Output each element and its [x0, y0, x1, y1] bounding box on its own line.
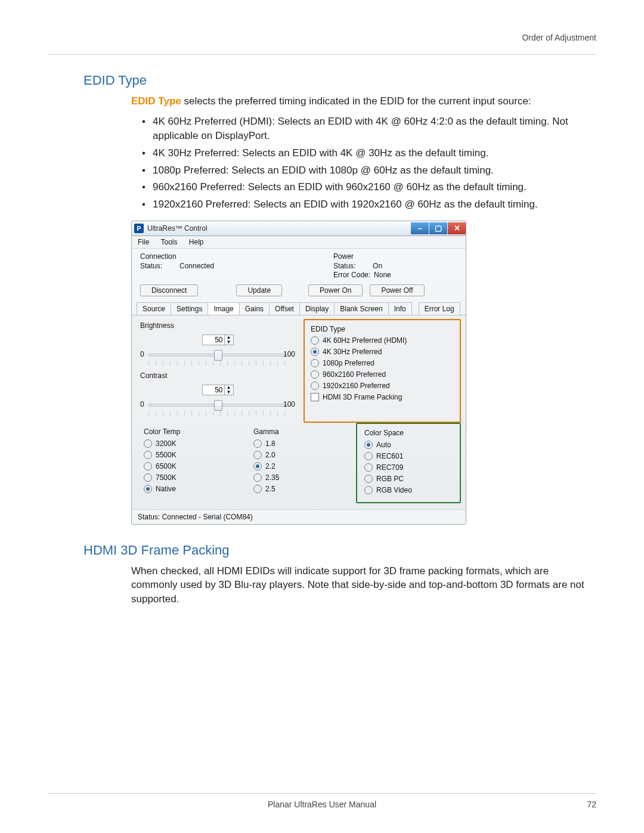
- edid-type-term: EDID Type: [131, 95, 181, 107]
- radio-cs-auto[interactable]: [364, 441, 373, 449]
- maximize-button[interactable]: ▢: [429, 222, 447, 234]
- radio-g-22[interactable]: [253, 462, 262, 470]
- radio-g-25[interactable]: [253, 485, 262, 493]
- contrast-spinner[interactable]: ▲▼: [202, 385, 234, 395]
- ultrares-control-window: P UltraRes™ Control – ▢ ✕ File Tools Hel…: [131, 221, 466, 525]
- radio-g-20[interactable]: [253, 451, 262, 459]
- footer-title: Planar UltraRes User Manual: [48, 800, 596, 809]
- radio-edid-1080p[interactable]: [311, 359, 319, 367]
- radio-ct-5500[interactable]: [144, 451, 152, 459]
- brightness-spinner[interactable]: ▲▼: [202, 335, 234, 345]
- header-breadcrumb: Order of Adjustment: [48, 33, 596, 42]
- bullet-item: 960x2160 Preferred: Selects an EDID with…: [142, 180, 588, 195]
- tab-image[interactable]: Image: [208, 302, 239, 315]
- color-space-panel: Color Space Auto REC601 REC709 RGB PC RG…: [356, 423, 461, 503]
- menu-file[interactable]: File: [138, 238, 149, 246]
- tab-error-log[interactable]: Error Log: [419, 302, 460, 315]
- radio-edid-4k30[interactable]: [311, 348, 319, 356]
- titlebar: P UltraRes™ Control – ▢ ✕: [132, 221, 466, 236]
- radio-edid-960x2160[interactable]: [311, 370, 319, 379]
- gamma-panel: Gamma 1.8 2.0 2.2 2.35 2.5: [246, 423, 349, 503]
- radio-ct-6500[interactable]: [144, 462, 152, 470]
- power-off-button[interactable]: Power Off: [370, 284, 424, 296]
- contrast-input[interactable]: [203, 385, 224, 395]
- bullet-item: 4K 60Hz Preferred (HDMI): Selects an EDI…: [142, 114, 588, 144]
- menu-help[interactable]: Help: [189, 238, 204, 246]
- bullet-item: 1080p Preferred: Selects an EDID with 10…: [142, 163, 588, 178]
- checkbox-hdmi-3d[interactable]: [311, 393, 319, 401]
- heading-hdmi-3d: HDMI 3D Frame Packing: [83, 543, 588, 558]
- edid-type-lead: EDID Type selects the preferred timing i…: [131, 94, 588, 109]
- menu-bar: File Tools Help: [132, 236, 466, 249]
- app-icon: P: [134, 224, 144, 233]
- close-button[interactable]: ✕: [448, 222, 466, 234]
- update-button[interactable]: Update: [236, 284, 282, 296]
- brightness-slider[interactable]: 0 100: [140, 349, 295, 360]
- tab-bar: Source Settings Image Gains Offset Displ…: [132, 302, 466, 315]
- power-group: Power Status:On Error Code:None: [333, 252, 391, 280]
- color-temp-panel: Color Temp 3200K 5500K 6500K 7500K Nativ…: [137, 423, 239, 503]
- heading-edid-type: EDID Type: [83, 73, 588, 88]
- status-bar: Status: Connected - Serial (COM84): [132, 509, 466, 524]
- bullet-item: 4K 30Hz Preferred: Selects an EDID with …: [142, 146, 588, 161]
- radio-cs-rec709[interactable]: [364, 463, 373, 472]
- tab-display[interactable]: Display: [299, 302, 335, 315]
- tab-source[interactable]: Source: [137, 302, 171, 315]
- radio-ct-7500[interactable]: [144, 473, 152, 482]
- minimize-button[interactable]: –: [411, 222, 429, 234]
- tab-info[interactable]: Info: [388, 302, 412, 315]
- power-on-button[interactable]: Power On: [308, 284, 363, 296]
- tab-blank-screen[interactable]: Blank Screen: [334, 302, 388, 315]
- window-title: UltraRes™ Control: [147, 224, 208, 233]
- contrast-label: Contrast: [140, 371, 295, 380]
- spin-down-icon[interactable]: ▼: [224, 390, 233, 395]
- radio-ct-native[interactable]: [144, 485, 152, 493]
- disconnect-button[interactable]: Disconnect: [140, 284, 198, 296]
- tab-settings[interactable]: Settings: [171, 302, 208, 315]
- brightness-input[interactable]: [203, 335, 224, 345]
- connection-group: Connection Status:Connected: [140, 252, 214, 280]
- menu-tools[interactable]: Tools: [160, 238, 177, 246]
- tab-offset[interactable]: Offset: [269, 302, 300, 315]
- radio-g-18[interactable]: [253, 439, 262, 448]
- bullet-item: 1920x2160 Preferred: Selects an EDID wit…: [142, 197, 588, 212]
- spin-down-icon[interactable]: ▼: [224, 340, 233, 345]
- brightness-label: Brightness: [140, 321, 295, 330]
- radio-cs-rgbvideo[interactable]: [364, 486, 373, 494]
- radio-cs-rec601[interactable]: [364, 452, 373, 460]
- radio-cs-rgbpc[interactable]: [364, 475, 373, 483]
- radio-g-235[interactable]: [253, 473, 262, 482]
- hdmi-3d-text: When checked, all HDMI EDIDs will indica…: [131, 564, 588, 606]
- edid-type-panel: EDID Type 4K 60Hz Preferred (HDMI) 4K 30…: [304, 319, 461, 423]
- contrast-slider[interactable]: 0 100: [140, 399, 295, 410]
- radio-edid-4k60[interactable]: [311, 336, 319, 345]
- radio-ct-3200[interactable]: [144, 439, 152, 448]
- edid-type-bullets: 4K 60Hz Preferred (HDMI): Selects an EDI…: [142, 114, 588, 212]
- radio-edid-1920x2160[interactable]: [311, 382, 319, 390]
- tab-gains[interactable]: Gains: [239, 302, 270, 315]
